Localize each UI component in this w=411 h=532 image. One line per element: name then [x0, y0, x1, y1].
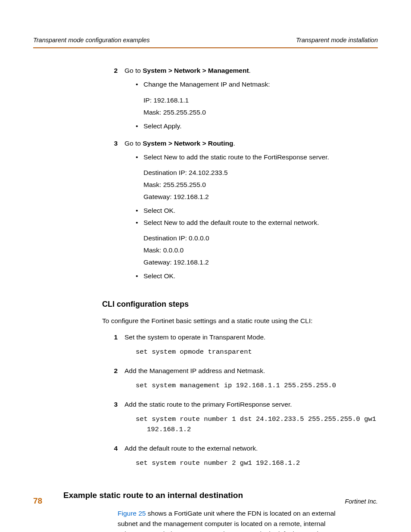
footer-company: Fortinet Inc.	[345, 497, 378, 506]
cli-step-text: Set the system to operate in Transparent…	[125, 332, 378, 342]
cli-step-text: Add the default route to the external ne…	[125, 443, 378, 454]
bullet-item: Select OK.	[136, 271, 378, 281]
cli-step-3: 3 Add the static route to the primary Fo…	[102, 399, 378, 442]
step-number: 2	[102, 366, 125, 398]
bullet-item: Select OK.	[136, 205, 378, 216]
step-number: 2	[102, 65, 125, 136]
cli-command: set system route number 2 gw1 192.168.1.…	[125, 458, 378, 468]
sub-line: Destination IP: 24.102.233.5	[125, 168, 378, 178]
header-right: Transparent mode installation	[296, 35, 378, 45]
step-3-bullets: Select New to add the static route to th…	[125, 152, 378, 162]
bullet-item: Change the Management IP and Netmask:	[136, 79, 378, 90]
cli-step-4: 4 Add the default route to the external …	[102, 443, 378, 475]
step-number: 3	[102, 138, 125, 286]
sub-line: Gateway: 192.168.1.2	[125, 257, 378, 268]
cli-command-line: 192.168.1.2	[136, 424, 378, 435]
cli-command: set system route number 1 dst 24.102.233…	[125, 414, 378, 435]
step-number: 3	[102, 399, 125, 442]
sub-line: Mask: 255.255.255.0	[125, 107, 378, 118]
step-goto-suffix: .	[233, 140, 235, 147]
example-text: shows a FortiGate unit where the FDN is …	[118, 510, 340, 532]
step-2: 2 Go to System > Network > Management. C…	[102, 65, 378, 136]
sub-line: IP: 192.168.1.1	[125, 95, 378, 106]
sub-line: Gateway: 192.168.1.2	[125, 192, 378, 202]
cli-step-1: 1 Set the system to operate in Transpare…	[102, 332, 378, 364]
step-goto-prefix: Go to	[125, 67, 143, 74]
cli-intro: To configure the Fortinet basic settings…	[102, 316, 378, 326]
header-left: Transparent mode configuration examples	[33, 35, 150, 45]
cli-heading: CLI configuration steps	[102, 299, 378, 311]
cli-step-text: Add the static route to the primary Fort…	[125, 399, 378, 410]
step-3-bullets-3: Select OK.	[125, 271, 378, 281]
step-goto-prefix: Go to	[125, 140, 143, 147]
step-2-bullets-2: Select Apply.	[125, 121, 378, 131]
step-goto-suffix: .	[249, 67, 251, 74]
step-number: 1	[102, 332, 125, 364]
cli-command: set system management ip 192.168.1.1 255…	[125, 380, 378, 391]
bullet-item: Select New to add the default route to t…	[136, 218, 378, 228]
cli-step-text: Add the Management IP address and Netmas…	[125, 366, 378, 376]
step-2-bullets: Change the Management IP and Netmask:	[125, 79, 378, 90]
sub-line: Mask: 255.255.255.0	[125, 180, 378, 190]
example-paragraph: Figure 25 shows a FortiGate unit where t…	[33, 508, 378, 532]
cli-command: set system opmode transparent	[125, 347, 378, 357]
step-number: 4	[102, 443, 125, 475]
bullet-item: Select Apply.	[136, 121, 378, 131]
step-goto-path: System > Network > Management	[143, 67, 249, 74]
step-goto-path: System > Network > Routing	[143, 140, 233, 147]
page-footer: 78 Fortinet Inc.	[33, 495, 378, 507]
page-number: 78	[33, 495, 42, 507]
cli-step-2: 2 Add the Management IP address and Netm…	[102, 366, 378, 398]
bullet-item: Select New to add the static route to th…	[136, 152, 378, 162]
sub-line: Destination IP: 0.0.0.0	[125, 233, 378, 243]
step-3: 3 Go to System > Network > Routing. Sele…	[102, 138, 378, 286]
step-3-bullets-2: Select OK. Select New to add the default…	[125, 205, 378, 228]
sub-line: Mask: 0.0.0.0	[125, 245, 378, 255]
figure-reference[interactable]: Figure 25	[118, 510, 146, 517]
page-header: Transparent mode configuration examples …	[33, 35, 378, 48]
cli-command-line: set system route number 1 dst 24.102.233…	[136, 414, 378, 424]
